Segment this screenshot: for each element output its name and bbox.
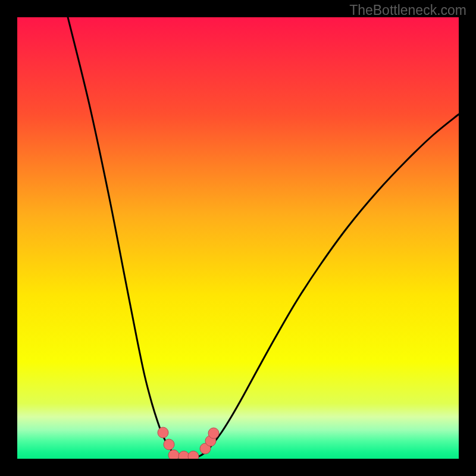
outer-frame: TheBottleneck.com	[0, 0, 476, 476]
marker-point	[168, 450, 179, 459]
watermark-text: TheBottleneck.com	[349, 2, 466, 18]
plot-area	[17, 17, 459, 459]
marker-point	[178, 451, 189, 459]
marker-point	[208, 428, 219, 439]
chart-svg	[17, 17, 459, 459]
marker-point	[164, 439, 174, 450]
marker-point	[188, 451, 199, 459]
marker-point	[158, 427, 168, 438]
